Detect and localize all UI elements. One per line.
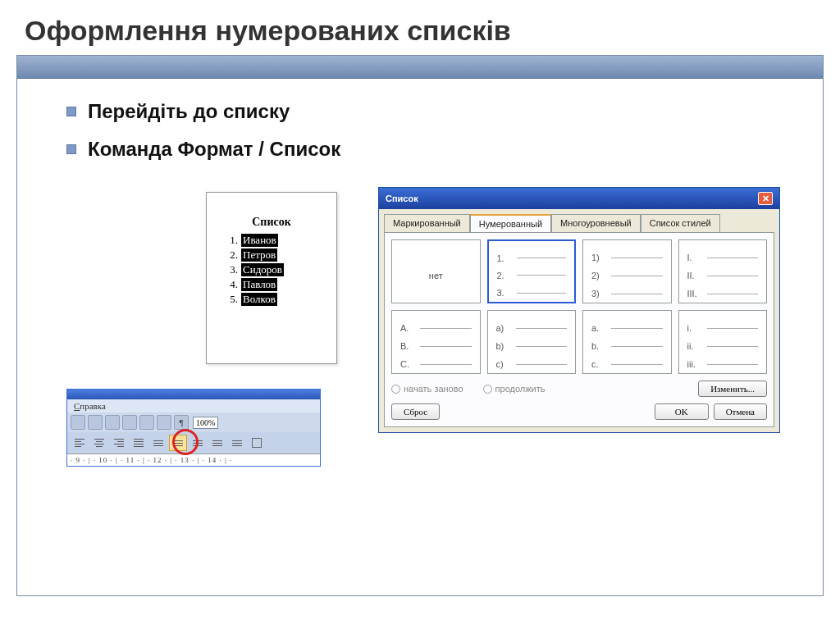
formatting-toolbar	[67, 432, 320, 454]
numbered-list-icon[interactable]	[169, 435, 187, 451]
dialog-title-text: Список	[386, 194, 418, 203]
format-option[interactable]: A. B. C.	[391, 310, 481, 374]
align-center-icon[interactable]	[90, 435, 108, 451]
list-item: 4.Павлов	[223, 278, 320, 291]
decrease-indent-icon[interactable]	[208, 435, 226, 451]
dialog-panel: нет 1. 2. 3. 1) 2) 3) I. II. III.	[384, 232, 774, 427]
tab-numbered[interactable]: Нумерованный	[470, 214, 551, 232]
close-icon[interactable]: ✕	[758, 192, 773, 205]
cancel-button[interactable]: Отмена	[714, 403, 767, 420]
format-option[interactable]: 1. 2. 3.	[487, 239, 577, 303]
format-option[interactable]: a. b. c.	[582, 310, 672, 374]
reset-button[interactable]: Сброс	[391, 403, 440, 420]
format-option[interactable]: I. II. III.	[678, 239, 768, 303]
format-grid: нет 1. 2. 3. 1) 2) 3) I. II. III.	[391, 239, 767, 374]
toolbar-icon[interactable]	[71, 415, 85, 430]
standard-toolbar: ¶ 100%	[67, 412, 320, 432]
dialog-buttons: Сброс OK Отмена	[391, 403, 767, 420]
bullet-list: Перейдіть до списку Команда Формат / Спи…	[17, 79, 823, 161]
toolbar-icon[interactable]	[139, 415, 154, 430]
slide-title: Оформлення нумерованих списків	[0, 0, 840, 55]
format-option[interactable]: a) b) c)	[487, 310, 577, 374]
bullet-item: Команда Формат / Список	[66, 138, 774, 161]
radio-continue[interactable]: продолжить	[483, 384, 546, 394]
doc-heading: Список	[223, 216, 320, 229]
ruler: · 9 · | · 10 · | · 11 · | · 12 · | · 13 …	[67, 454, 320, 466]
toolbar-icon[interactable]	[105, 415, 120, 430]
list-item: 3.Сидоров	[223, 263, 320, 276]
list-item: 2.Петров	[223, 248, 320, 262]
toolbar-icon[interactable]	[88, 415, 103, 430]
toolbar-icon[interactable]	[157, 415, 171, 430]
tab-multilevel[interactable]: Многоуровневый	[551, 214, 641, 232]
bullet-icon	[66, 144, 76, 154]
format-option[interactable]: i. ii. iii.	[678, 310, 768, 374]
bullet-text: Перейдіть до списку	[88, 100, 290, 123]
zoom-value[interactable]: 100%	[193, 417, 218, 429]
slide-frame: Перейдіть до списку Команда Формат / Спи…	[16, 55, 824, 596]
bulleted-list-icon[interactable]	[189, 435, 207, 451]
window-titlebar	[67, 390, 320, 399]
dialog-tabs: Маркированный Нумерованный Многоуровневы…	[379, 209, 779, 232]
decorative-band	[17, 56, 823, 79]
document-preview: Список 1.Иванов 2.Петров 3.Сидоров 4.Пав…	[206, 192, 337, 364]
dialog-titlebar: Список ✕	[379, 188, 779, 209]
change-button[interactable]: Изменить...	[698, 381, 767, 397]
menu-text: правка	[80, 401, 106, 411]
list-item: 1.Иванов	[223, 234, 320, 247]
tab-bulleted[interactable]: Маркированный	[384, 214, 470, 232]
help-menu[interactable]: Справка	[67, 399, 320, 412]
list-item: 5.Волков	[223, 293, 320, 306]
toolbar-screenshot: Справка ¶ 100%	[66, 389, 321, 467]
tab-styles[interactable]: Список стилей	[641, 214, 720, 232]
toolbar-icon[interactable]	[122, 415, 137, 430]
align-justify-icon[interactable]	[130, 435, 148, 451]
bullet-icon	[66, 107, 76, 116]
paragraph-icon[interactable]: ¶	[174, 415, 189, 430]
align-right-icon[interactable]	[110, 435, 128, 451]
bullet-text: Команда Формат / Список	[88, 138, 340, 161]
list-dialog: Список ✕ Маркированный Нумерованный Мног…	[378, 187, 780, 433]
restart-options: начать заново продолжить Изменить...	[391, 381, 767, 397]
increase-indent-icon[interactable]	[228, 435, 246, 451]
format-none[interactable]: нет	[391, 239, 481, 303]
align-left-icon[interactable]	[71, 435, 89, 451]
radio-restart[interactable]: начать заново	[391, 384, 463, 394]
line-spacing-icon[interactable]	[149, 435, 167, 451]
borders-icon[interactable]	[248, 435, 266, 451]
bullet-item: Перейдіть до списку	[66, 100, 774, 123]
format-option[interactable]: 1) 2) 3)	[582, 239, 672, 303]
ok-button[interactable]: OK	[655, 403, 709, 420]
